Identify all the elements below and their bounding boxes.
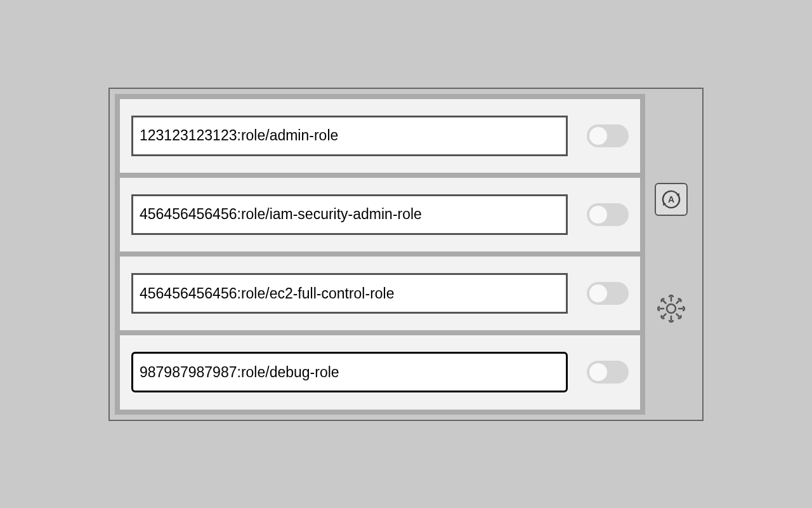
role-toggle[interactable] <box>587 124 629 147</box>
toggle-knob <box>589 206 607 224</box>
svg-point-3 <box>667 304 676 313</box>
role-toggle-wrap <box>587 282 629 305</box>
toggle-knob <box>589 127 607 145</box>
gear-icon <box>657 295 685 323</box>
role-toggle-wrap <box>587 203 629 226</box>
role-toggle[interactable] <box>587 203 629 226</box>
role-arn-input[interactable] <box>131 273 568 314</box>
role-row <box>120 99 640 173</box>
toggle-knob <box>589 363 607 381</box>
auto-refresh-icon: A <box>660 189 682 210</box>
toggle-knob <box>589 284 607 302</box>
role-editor-panel: A <box>108 88 704 421</box>
role-toggle-wrap <box>587 124 629 147</box>
role-toggle-wrap <box>587 361 629 384</box>
side-toolbar: A <box>645 94 697 415</box>
svg-text:A: A <box>668 194 674 204</box>
role-toggle[interactable] <box>587 361 629 384</box>
role-row <box>120 335 640 409</box>
role-arn-input[interactable] <box>131 352 568 392</box>
role-arn-input[interactable] <box>131 116 568 156</box>
role-arn-input[interactable] <box>131 194 568 235</box>
roles-list <box>115 94 645 415</box>
settings-button[interactable] <box>655 292 688 325</box>
role-toggle[interactable] <box>587 282 629 305</box>
role-row <box>120 257 640 330</box>
auto-refresh-button[interactable]: A <box>655 183 688 216</box>
role-row <box>120 178 640 251</box>
